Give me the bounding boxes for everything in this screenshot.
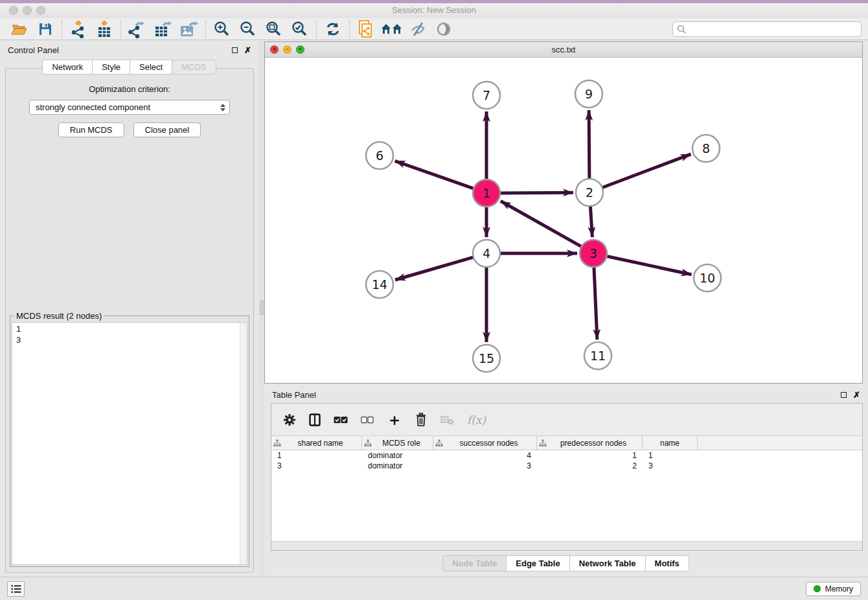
main-toolbar [0, 18, 868, 40]
table-cell[interactable]: 2 [537, 461, 643, 471]
columns-icon [309, 413, 321, 426]
mcds-result-box[interactable]: 1 3 [12, 322, 247, 565]
table-cell[interactable]: 1 [537, 450, 643, 461]
hide-details-button[interactable] [405, 19, 431, 39]
toolbar-separator [349, 20, 350, 38]
network-graph-canvas[interactable]: 7968124314101511 [265, 58, 862, 383]
edge-4-14[interactable] [395, 257, 475, 280]
edge-2-3[interactable] [590, 205, 592, 237]
save-session-button[interactable] [32, 19, 58, 39]
table-cell[interactable]: 1 [271, 450, 362, 461]
edge-1-6[interactable] [395, 161, 475, 189]
gear-icon [283, 413, 296, 426]
table-tab-network-table[interactable]: Network Table [569, 555, 646, 571]
unchecked-boxes-icon [361, 416, 374, 424]
run-mcds-button[interactable]: Run MCDS [58, 122, 124, 137]
table-row[interactable]: 1dominator411 [271, 450, 862, 461]
table-cell[interactable]: dominator [362, 461, 433, 471]
table-cell[interactable]: 3 [433, 461, 537, 471]
edge-3-11[interactable] [594, 266, 597, 340]
criterion-dropdown-value: strongly connected component [36, 102, 150, 112]
toolbar-separator [316, 20, 317, 38]
column-header-MCDS-role[interactable]: MCDS role [362, 436, 433, 450]
table-cell[interactable]: 3 [271, 461, 362, 471]
column-header-shared-name[interactable]: shared name [271, 436, 362, 450]
table-settings-button[interactable] [283, 413, 296, 426]
table-row[interactable]: 3dominator323 [271, 461, 862, 471]
edge-3-1[interactable] [501, 201, 583, 247]
zoom-in-button[interactable] [209, 19, 235, 39]
zoom-selected-button[interactable] [287, 19, 313, 39]
toolbar-separator [205, 20, 206, 38]
tab-network[interactable]: Network [42, 60, 93, 75]
node-label-2: 2 [586, 185, 593, 200]
edge-3-10[interactable] [606, 256, 692, 275]
search-field-wrapper [672, 21, 862, 37]
network-view-window: ✕ − + scc.txt 7968124314101511 [264, 41, 863, 384]
tab-mcds[interactable]: MCDS [172, 60, 216, 75]
tab-select[interactable]: Select [130, 60, 172, 75]
sort-hierarchy-icon [364, 439, 372, 447]
result-scrollbar[interactable] [240, 323, 247, 564]
splitter-grip[interactable] [260, 301, 264, 315]
table-tab-motifs[interactable]: Motifs [645, 555, 689, 571]
table-tab-edge-table[interactable]: Edge Table [506, 555, 569, 571]
table-horizontal-scrollbar[interactable] [271, 541, 862, 550]
show-column-panel-button[interactable] [309, 413, 321, 426]
search-icon [677, 25, 686, 34]
checked-boxes-icon [334, 416, 348, 424]
table-cell[interactable]: 4 [433, 450, 537, 461]
task-history-button[interactable] [7, 581, 25, 597]
table-panel-title: Table Panel [272, 390, 316, 400]
float-table-panel-icon[interactable] [841, 392, 847, 398]
refresh-layout-button[interactable] [320, 19, 346, 39]
sort-hierarchy-icon [273, 439, 281, 447]
network-window-titlebar[interactable]: ✕ − + scc.txt [265, 42, 862, 58]
float-panel-icon[interactable] [232, 47, 238, 53]
export-table-button[interactable] [150, 19, 176, 39]
column-label: successor nodes [443, 439, 534, 448]
table-cell[interactable]: 3 [643, 461, 698, 471]
close-panel-icon[interactable]: ✗ [244, 46, 251, 54]
close-panel-button[interactable]: Close panel [133, 122, 201, 137]
clone-network-button[interactable] [353, 19, 379, 39]
table-cell[interactable]: dominator [362, 450, 433, 461]
sort-hierarchy-icon [539, 439, 547, 447]
table-cell[interactable]: 1 [643, 450, 698, 461]
table-empty-area [271, 471, 862, 541]
control-panel-title: Control Panel [8, 45, 59, 55]
unselect-all-columns-button[interactable] [361, 416, 374, 424]
memory-button[interactable]: Memory [806, 582, 861, 596]
column-header-predecessor-nodes[interactable]: predecessor nodes [537, 436, 643, 450]
status-bar: Memory [0, 577, 868, 600]
refresh-icon [325, 21, 341, 37]
edge-2-9[interactable] [589, 110, 589, 180]
table-panel-header: Table Panel ✗ [264, 386, 868, 403]
node-label-9: 9 [585, 87, 593, 101]
edge-2-8[interactable] [601, 154, 691, 188]
export-image-button[interactable] [176, 19, 202, 39]
import-table-icon [97, 20, 112, 38]
edge-1-2[interactable] [499, 192, 573, 193]
zoom-out-button[interactable] [235, 19, 261, 39]
import-table-button[interactable] [91, 19, 117, 39]
node-label-14: 14 [372, 277, 387, 292]
birds-eye-button[interactable] [431, 19, 457, 39]
trash-icon [415, 413, 427, 426]
table-tab-node-table[interactable]: Node Table [442, 555, 507, 571]
criterion-dropdown[interactable]: strongly connected component [29, 100, 230, 115]
create-column-button[interactable]: ＋ [387, 412, 402, 428]
column-header-successor-nodes[interactable]: successor nodes [433, 436, 537, 450]
import-network-button[interactable] [65, 19, 91, 39]
select-all-columns-button[interactable] [334, 416, 348, 424]
search-input[interactable] [689, 25, 857, 34]
first-neighbors-button[interactable] [379, 19, 405, 39]
export-network-button[interactable] [124, 19, 150, 39]
zoom-fit-button[interactable] [261, 19, 287, 39]
open-session-button[interactable] [6, 19, 32, 39]
close-table-panel-icon[interactable]: ✗ [853, 391, 860, 399]
panel-splitter[interactable] [259, 41, 264, 575]
delete-columns-button[interactable] [415, 413, 427, 426]
tab-style[interactable]: Style [92, 60, 130, 75]
column-header-name[interactable]: name [643, 436, 698, 450]
